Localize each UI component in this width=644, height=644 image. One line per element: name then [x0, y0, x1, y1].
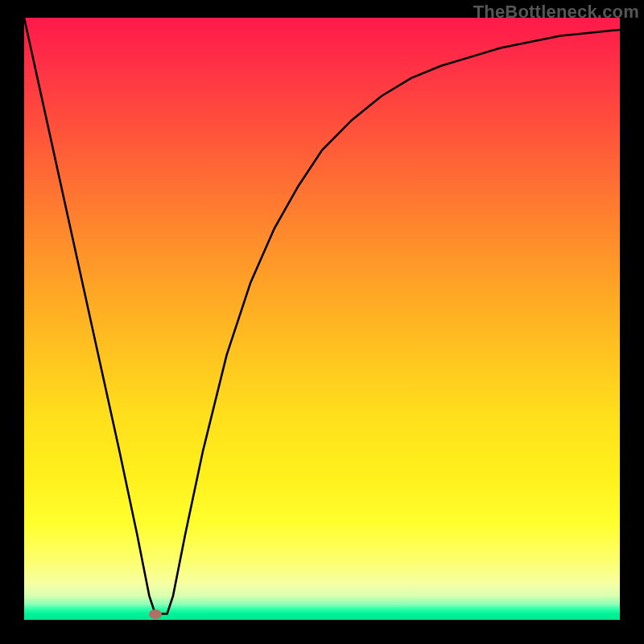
chart-container: TheBottleneck.com	[0, 0, 644, 644]
plot-area	[24, 18, 620, 620]
optimum-marker	[149, 609, 162, 619]
curve-svg	[24, 18, 620, 620]
bottleneck-curve	[24, 18, 620, 614]
watermark-text: TheBottleneck.com	[473, 2, 639, 23]
